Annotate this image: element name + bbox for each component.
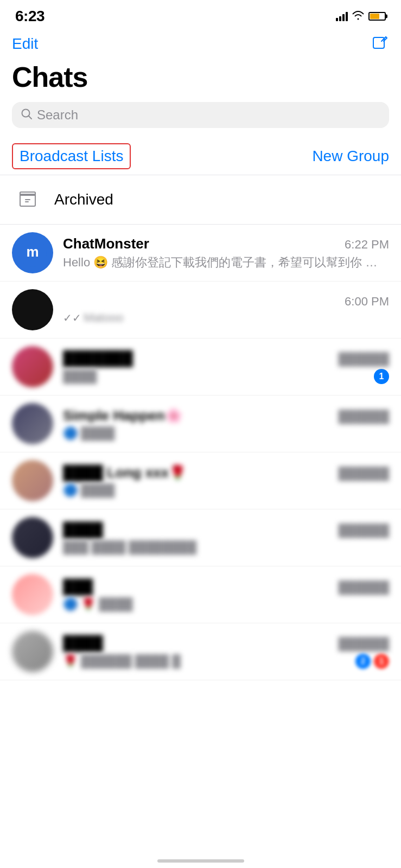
chat-content-6: ████ ██████ ███ ████ ████████ [63,521,389,554]
chat-preview-8: 🌹 ██████ ████ █ [63,654,181,668]
svg-rect-0 [373,37,384,48]
chat-time-3: ██████ [338,352,389,366]
chat-list: m ChatMonster 6:22 PM Hello 😆 感謝你登記下載我們的… [0,225,401,680]
chat-name-4: Simple Happen🌸 [63,407,182,424]
header: Edit [0,29,401,56]
chat-top-8: ████ ██████ [63,635,389,652]
chat-preview: Hello 😆 感謝你登記下載我們的電子書，希望可以幫到你 ➡️ https:/… [63,254,389,271]
battery-fill [370,14,379,19]
chat-item-7[interactable]: ███ ██████ 🔵 🌹 ████ [0,566,401,623]
chat-name-7: ███ [63,578,93,595]
chat-top-3: ███████ ██████ [63,350,389,367]
search-bar-container: Search [0,102,401,138]
action-row: Broadcast Lists New Group [0,138,401,175]
chat-top-6: ████ ██████ [63,521,389,538]
chat-time-6: ██████ [338,524,389,538]
battery-icon [368,12,386,21]
chat-item-2[interactable]: 6:00 PM ✓✓ Matooo [0,282,401,339]
chat-time-7: ██████ [338,580,389,595]
avatar-3 [12,346,53,387]
chat-item-4[interactable]: Simple Happen🌸 ██████ 🔵 ████ [0,395,401,452]
chat-top-4: Simple Happen🌸 ██████ [63,407,389,424]
chat-name-6: ████ [63,521,103,538]
chat-time-8: ██████ [338,637,389,651]
page-title-container: Chats [0,56,401,102]
avatar-chatmonster: m [12,232,53,273]
archived-label: Archived [54,191,113,208]
status-bar: 6:23 [0,0,401,29]
new-group-button[interactable]: New Group [312,148,389,165]
compose-button[interactable] [371,35,389,53]
chat-top-5: ████ Long xxx🌹 ██████ [63,464,389,481]
home-indicator [157,859,244,863]
search-placeholder: Search [37,107,78,123]
chat-content-8: ████ ██████ 🌹 ██████ ████ █ 2 1 [63,635,389,669]
broadcast-lists-button[interactable]: Broadcast Lists [12,143,131,169]
archived-row[interactable]: Archived [0,175,401,225]
chat-name-8: ████ [63,635,103,652]
chat-top-2: 6:00 PM [63,295,389,309]
badge-red-8: 1 [374,654,389,669]
chat-content-5: ████ Long xxx🌹 ██████ 🔵 ████ [63,464,389,497]
page-title: Chats [12,61,389,93]
chat-preview-5: 🔵 ████ [63,483,114,497]
chat-time-5: ██████ [338,467,389,481]
chat-item-6[interactable]: ████ ██████ ███ ████ ████████ [0,509,401,566]
chat-content-3: ███████ ██████ ████ 1 [63,350,389,384]
chat-preview-6: ███ ████ ████████ [63,540,196,554]
chat-preview-row-2: ✓✓ Matooo [63,311,389,325]
chat-content-4: Simple Happen🌸 ██████ 🔵 ████ [63,407,389,441]
chat-content-7: ███ ██████ 🔵 🌹 ████ [63,578,389,611]
status-time: 6:23 [15,8,44,25]
chat-time: 6:22 PM [345,238,389,252]
avatar-7 [12,574,53,615]
avatar-5 [12,460,53,501]
chat-preview-4: 🔵 ████ [63,426,114,440]
chat-item-5[interactable]: ████ Long xxx🌹 ██████ 🔵 ████ [0,452,401,509]
chat-item-3[interactable]: ███████ ██████ ████ 1 [0,339,401,395]
chat-preview-2: Matooo [84,311,123,325]
avatar-2 [12,289,53,330]
chat-content-2: 6:00 PM ✓✓ Matooo [63,295,389,325]
badge-blue-8: 2 [355,654,371,669]
chat-content-chatmonster: ChatMonster 6:22 PM Hello 😆 感謝你登記下載我們的電子… [63,235,389,271]
chat-item-chatmonster[interactable]: m ChatMonster 6:22 PM Hello 😆 感謝你登記下載我們的… [0,225,401,282]
signal-bars-icon [336,11,348,21]
chat-time-2: 6:00 PM [345,295,389,309]
avatar-6 [12,517,53,558]
chat-top-7: ███ ██████ [63,578,389,595]
chat-time-4: ██████ [338,410,389,424]
search-bar[interactable]: Search [12,102,389,128]
chat-preview-7: 🔵 🌹 ████ [63,597,133,611]
chat-preview-3: ████ [63,369,97,384]
avatar-8 [12,631,53,672]
chat-name-5: ████ Long xxx🌹 [63,464,186,481]
edit-button[interactable]: Edit [12,35,38,53]
chat-item-8[interactable]: ████ ██████ 🌹 ██████ ████ █ 2 1 [0,623,401,680]
double-check-icon: ✓✓ [63,311,81,324]
chat-top: ChatMonster 6:22 PM [63,235,389,252]
status-icons [336,10,386,23]
chat-name-3: ███████ [63,350,133,367]
chat-name: ChatMonster [63,235,149,252]
avatar-4 [12,403,53,444]
wifi-icon [352,10,364,23]
search-icon [21,108,33,123]
unread-badge-3: 1 [374,369,389,384]
svg-text:m: m [26,244,39,260]
archive-icon [12,184,43,215]
